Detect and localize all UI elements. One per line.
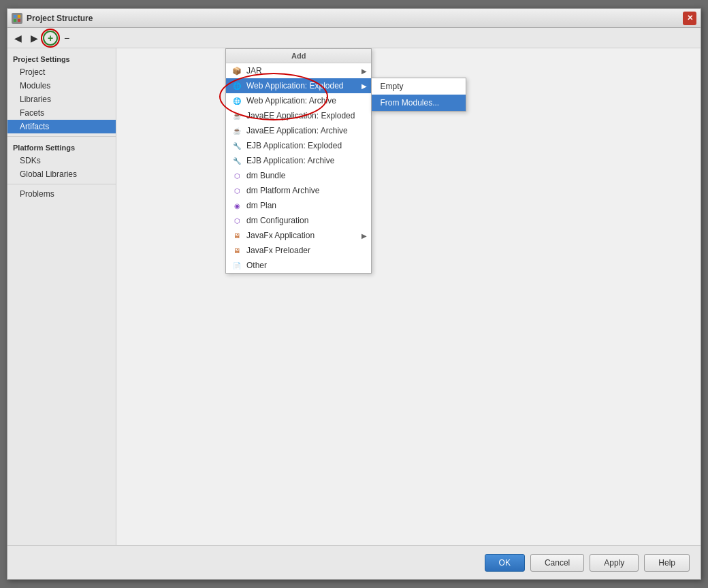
dropdown-item-javaee-archive[interactable]: ☕ JavaEE Application: Archive bbox=[226, 123, 371, 138]
window-title: Project Structure bbox=[27, 14, 683, 23]
platform-settings-header: Platform Settings bbox=[7, 140, 116, 154]
ejb-exploded-icon: 🔧 bbox=[231, 140, 242, 151]
javafx-app-icon: 🖥 bbox=[231, 230, 242, 241]
content-area: Project Settings Project Modules Librari… bbox=[7, 48, 701, 545]
sidebar-item-facets[interactable]: Facets bbox=[7, 106, 116, 120]
sidebar-item-libraries[interactable]: Libraries bbox=[7, 93, 116, 106]
ok-button[interactable]: OK bbox=[485, 554, 525, 572]
sidebar-divider-2 bbox=[7, 184, 116, 184]
web-exploded-arrow: ▶ bbox=[361, 82, 367, 90]
ejb-archive-label: EJB Application: Archive bbox=[246, 156, 334, 165]
main-content: Add 📦 JAR ▶ 🌐 Web Application: Exploded … bbox=[116, 48, 701, 545]
bottom-bar: OK Cancel Apply Help bbox=[7, 545, 701, 579]
dm-plan-icon: ◉ bbox=[231, 200, 242, 211]
submenu-item-empty[interactable]: Empty bbox=[372, 78, 466, 95]
svg-rect-0 bbox=[14, 15, 16, 18]
add-dropdown: Add 📦 JAR ▶ 🌐 Web Application: Exploded … bbox=[225, 48, 372, 274]
javafx-preloader-icon: 🖥 bbox=[231, 245, 242, 256]
javaee-archive-label: JavaEE Application: Archive bbox=[246, 126, 348, 135]
other-label: Other bbox=[246, 261, 267, 270]
toolbar: ◀ ▶ + − bbox=[7, 28, 701, 48]
dropdown-item-dm-bundle[interactable]: ⬡ dm Bundle bbox=[226, 168, 371, 183]
dropdown-item-javafx-preloader[interactable]: 🖥 JavaFx Preloader bbox=[226, 243, 371, 258]
dm-platform-icon: ⬡ bbox=[231, 185, 242, 196]
javafx-app-label: JavaFx Application bbox=[246, 231, 315, 240]
javaee-exploded-label: JavaEE Application: Exploded bbox=[246, 111, 355, 120]
project-structure-window: Project Structure ✕ ◀ ▶ + − Project Sett… bbox=[7, 8, 701, 580]
dropdown-item-dm-config[interactable]: ⬡ dm Configuration bbox=[226, 213, 371, 228]
dm-config-icon: ⬡ bbox=[231, 215, 242, 226]
help-button[interactable]: Help bbox=[644, 554, 690, 572]
remove-button[interactable]: − bbox=[59, 31, 74, 46]
dropdown-item-ejb-exploded[interactable]: 🔧 EJB Application: Exploded bbox=[226, 138, 371, 153]
dropdown-item-web-exploded[interactable]: 🌐 Web Application: Exploded ▶ Empty From… bbox=[226, 78, 371, 93]
dropdown-item-javaee-exploded[interactable]: ☕ JavaEE Application: Exploded bbox=[226, 108, 371, 123]
dropdown-item-javafx-app[interactable]: 🖥 JavaFx Application ▶ bbox=[226, 228, 371, 243]
dropdown-item-dm-platform[interactable]: ⬡ dm Platform Archive bbox=[226, 183, 371, 198]
apply-button[interactable]: Apply bbox=[590, 554, 639, 572]
jar-icon: 📦 bbox=[231, 65, 242, 76]
other-icon: 📄 bbox=[231, 260, 242, 271]
dropdown-item-dm-plan[interactable]: ◉ dm Plan bbox=[226, 198, 371, 213]
add-button[interactable]: + bbox=[43, 31, 58, 46]
sidebar-item-project[interactable]: Project bbox=[7, 65, 116, 79]
submenu-item-from-modules[interactable]: From Modules... bbox=[372, 95, 466, 111]
sidebar-item-global-libraries[interactable]: Global Libraries bbox=[7, 167, 116, 181]
javaee-archive-icon: ☕ bbox=[231, 125, 242, 136]
dm-bundle-label: dm Bundle bbox=[246, 171, 285, 180]
close-button[interactable]: ✕ bbox=[683, 12, 696, 25]
dropdown-item-ejb-archive[interactable]: 🔧 EJB Application: Archive bbox=[226, 153, 371, 168]
sidebar-item-sdks[interactable]: SDKs bbox=[7, 154, 116, 167]
web-archive-label: Web Application: Archive bbox=[246, 96, 336, 105]
ejb-exploded-label: EJB Application: Exploded bbox=[246, 141, 342, 150]
svg-rect-3 bbox=[18, 19, 20, 22]
web-exploded-icon: 🌐 bbox=[231, 80, 242, 91]
sidebar-divider bbox=[7, 136, 116, 137]
web-exploded-label: Web Application: Exploded bbox=[246, 81, 344, 91]
svg-rect-2 bbox=[14, 19, 16, 22]
add-circle: + bbox=[43, 31, 58, 46]
dm-bundle-icon: ⬡ bbox=[231, 170, 242, 181]
ejb-archive-icon: 🔧 bbox=[231, 155, 242, 166]
javafx-preloader-label: JavaFx Preloader bbox=[246, 246, 310, 255]
forward-button[interactable]: ▶ bbox=[27, 31, 42, 46]
sidebar-item-artifacts[interactable]: Artifacts bbox=[7, 120, 116, 133]
sidebar-item-modules[interactable]: Modules bbox=[7, 79, 116, 93]
javaee-exploded-icon: ☕ bbox=[231, 110, 242, 121]
svg-rect-1 bbox=[18, 15, 20, 18]
dropdown-item-web-archive[interactable]: 🌐 Web Application: Archive bbox=[226, 93, 371, 108]
jar-arrow: ▶ bbox=[361, 67, 367, 75]
cancel-button[interactable]: Cancel bbox=[530, 554, 584, 572]
dropdown-item-jar[interactable]: 📦 JAR ▶ bbox=[226, 63, 371, 78]
dropdown-header: Add bbox=[226, 49, 371, 63]
window-icon bbox=[12, 13, 22, 24]
dm-plan-label: dm Plan bbox=[246, 201, 276, 210]
project-settings-header: Project Settings bbox=[7, 51, 116, 65]
sidebar-item-problems[interactable]: Problems bbox=[7, 187, 116, 201]
dm-platform-label: dm Platform Archive bbox=[246, 186, 319, 195]
jar-label: JAR bbox=[246, 66, 262, 76]
dropdown-item-other[interactable]: 📄 Other bbox=[226, 258, 371, 273]
sidebar: Project Settings Project Modules Librari… bbox=[7, 48, 116, 545]
dm-config-label: dm Configuration bbox=[246, 216, 308, 225]
javafx-app-arrow: ▶ bbox=[361, 232, 367, 240]
web-archive-icon: 🌐 bbox=[231, 95, 242, 106]
back-button[interactable]: ◀ bbox=[10, 31, 25, 46]
title-bar: Project Structure ✕ bbox=[7, 9, 701, 28]
web-exploded-submenu: Empty From Modules... bbox=[371, 78, 466, 112]
